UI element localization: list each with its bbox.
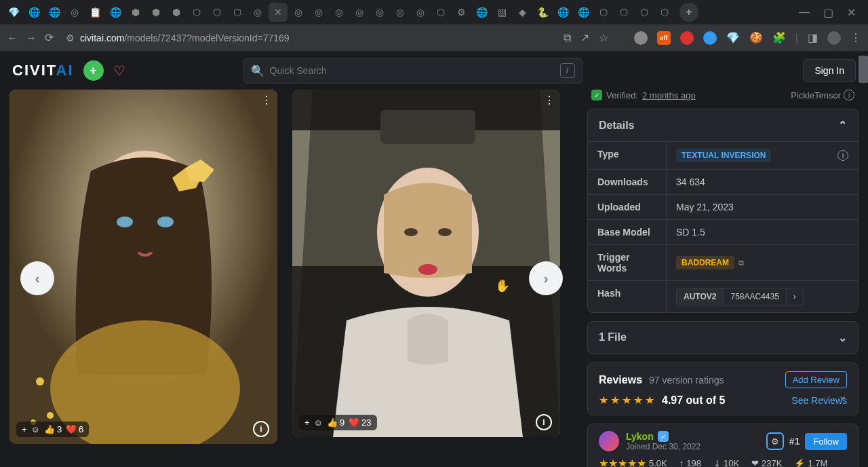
emoji-picker-icon[interactable]: ☺: [314, 417, 323, 428]
tab-icon[interactable]: ⬡: [228, 3, 247, 22]
tab-icon[interactable]: ⬡: [594, 3, 613, 22]
carousel-next-button[interactable]: ›: [529, 261, 563, 295]
chevron-down-icon[interactable]: ⌄: [838, 389, 847, 402]
detail-key: Type: [588, 142, 666, 169]
reload-button[interactable]: ⟳: [45, 31, 54, 44]
tab-icon[interactable]: ⬡: [187, 3, 206, 22]
share-icon[interactable]: ↗: [580, 31, 589, 44]
extensions-menu-icon[interactable]: 🧩: [772, 31, 786, 44]
extension-icon[interactable]: [634, 31, 648, 45]
copy-icon[interactable]: ⧉: [738, 259, 744, 267]
svg-point-3: [157, 217, 174, 227]
hash-value[interactable]: 758AAC4435: [724, 288, 785, 305]
tab-icon[interactable]: ⬡: [655, 3, 674, 22]
site-logo[interactable]: CIVITAI: [12, 62, 74, 79]
tab-icon[interactable]: ◎: [350, 3, 369, 22]
creator-name-link[interactable]: Lykon: [626, 431, 654, 442]
tab-icon[interactable]: 🌐: [472, 3, 491, 22]
heart-count[interactable]: ❤️ 23: [349, 417, 371, 428]
follow-button[interactable]: Follow: [805, 433, 847, 450]
heart-count[interactable]: ❤️ 6: [66, 424, 83, 434]
extension-icon[interactable]: [703, 31, 717, 45]
tab-icon[interactable]: ▧: [492, 3, 511, 22]
search-icon: 🔍: [251, 64, 264, 77]
image-info-icon[interactable]: i: [253, 421, 269, 437]
emoji-picker-icon[interactable]: ☺: [31, 424, 40, 434]
creator-avatar[interactable]: [599, 431, 619, 451]
sign-in-button[interactable]: Sign In: [803, 59, 856, 82]
info-icon[interactable]: i: [837, 150, 848, 161]
hash-type[interactable]: AUTOV2: [677, 288, 724, 305]
tab-icon[interactable]: ⬢: [146, 3, 165, 22]
hash-expand-icon[interactable]: ›: [786, 288, 803, 305]
scrollbar-thumb[interactable]: [859, 56, 868, 83]
tab-icon[interactable]: 🌐: [45, 3, 64, 22]
tab-icon[interactable]: ⬡: [208, 3, 226, 22]
search-box[interactable]: 🔍 /: [243, 58, 583, 83]
tab-icon[interactable]: ⬢: [126, 3, 145, 22]
gallery-card[interactable]: ⋮ + ☺ 👍 9 ❤️ 23 i: [292, 90, 560, 437]
like-count[interactable]: 👍 3: [44, 424, 62, 434]
favorites-icon[interactable]: ♡: [113, 62, 125, 79]
tab-icon[interactable]: ⚙: [452, 3, 471, 22]
tab-icon[interactable]: 📋: [85, 3, 104, 22]
profile-icon[interactable]: [827, 31, 841, 45]
tab-icon[interactable]: ⬢: [167, 3, 186, 22]
extension-icon[interactable]: 💎: [726, 31, 740, 44]
tab-icon[interactable]: 🌐: [24, 3, 43, 22]
back-button[interactable]: ←: [7, 32, 18, 44]
tab-icon[interactable]: ◎: [330, 3, 349, 22]
install-pwa-icon[interactable]: ⧉: [564, 32, 571, 44]
add-reaction-button[interactable]: +: [22, 424, 27, 434]
tab-icon[interactable]: 🐍: [533, 3, 552, 22]
card-menu-icon[interactable]: ⋮: [261, 94, 272, 107]
tab-icon[interactable]: 💎: [4, 3, 23, 22]
tab-icon[interactable]: ⬡: [635, 3, 654, 22]
forward-button[interactable]: →: [26, 32, 37, 44]
extension-icon[interactable]: [680, 31, 694, 45]
carousel-prev-button[interactable]: ‹: [20, 261, 54, 295]
window-maximize-icon[interactable]: ▢: [823, 6, 833, 19]
window-minimize-icon[interactable]: —: [799, 6, 810, 19]
site-settings-icon[interactable]: ⚙: [66, 33, 75, 43]
verified-date-link[interactable]: 2 months ago: [642, 90, 696, 100]
search-input[interactable]: [270, 65, 560, 76]
add-review-button[interactable]: Add Review: [785, 371, 847, 388]
trigger-word-badge[interactable]: BADDREAM: [676, 256, 734, 269]
extension-icon[interactable]: off: [657, 31, 671, 45]
tab-icon[interactable]: ◎: [391, 3, 410, 22]
bookmark-icon[interactable]: ☆: [599, 31, 608, 44]
tab-icon[interactable]: ◎: [309, 3, 328, 22]
extension-icon[interactable]: 🍪: [749, 31, 763, 44]
files-label: 1 File: [599, 331, 627, 344]
window-close-icon[interactable]: ✕: [847, 6, 856, 19]
chrome-menu-icon[interactable]: ⋮: [850, 31, 861, 44]
chevron-up-icon: ⌃: [838, 119, 847, 132]
star-icon: ★: [645, 394, 654, 407]
tab-icon[interactable]: ◎: [248, 3, 267, 22]
files-panel[interactable]: 1 File ⌄: [587, 321, 859, 354]
card-menu-icon[interactable]: ⋮: [544, 94, 555, 107]
like-count[interactable]: 👍 9: [327, 417, 344, 428]
tab-active[interactable]: ✕: [269, 3, 288, 22]
new-tab-button[interactable]: +: [679, 3, 698, 22]
tab-icon[interactable]: 🌐: [553, 3, 572, 22]
tab-icon[interactable]: ⬡: [614, 3, 633, 22]
details-header[interactable]: Details ⌃: [588, 109, 858, 141]
tab-icon[interactable]: ◎: [370, 3, 389, 22]
create-button[interactable]: +: [83, 60, 104, 81]
tab-icon[interactable]: ◆: [513, 3, 532, 22]
page-scrollbar[interactable]: [859, 90, 868, 467]
rank-badge-icon: ⚙: [766, 432, 784, 450]
tab-icon[interactable]: ⬡: [431, 3, 450, 22]
info-icon[interactable]: i: [844, 90, 854, 100]
tab-icon[interactable]: 🌐: [574, 3, 593, 22]
side-panel-icon[interactable]: ◨: [808, 31, 818, 44]
add-reaction-button[interactable]: +: [304, 417, 310, 428]
tab-icon[interactable]: ◎: [65, 3, 84, 22]
url-field[interactable]: ⚙ civitai.com/models/72437?modelVersionI…: [62, 33, 555, 43]
tab-icon[interactable]: 🌐: [106, 3, 125, 22]
tab-icon[interactable]: ◎: [411, 3, 430, 22]
tab-icon[interactable]: ◎: [289, 3, 308, 22]
image-info-icon[interactable]: i: [536, 414, 552, 430]
